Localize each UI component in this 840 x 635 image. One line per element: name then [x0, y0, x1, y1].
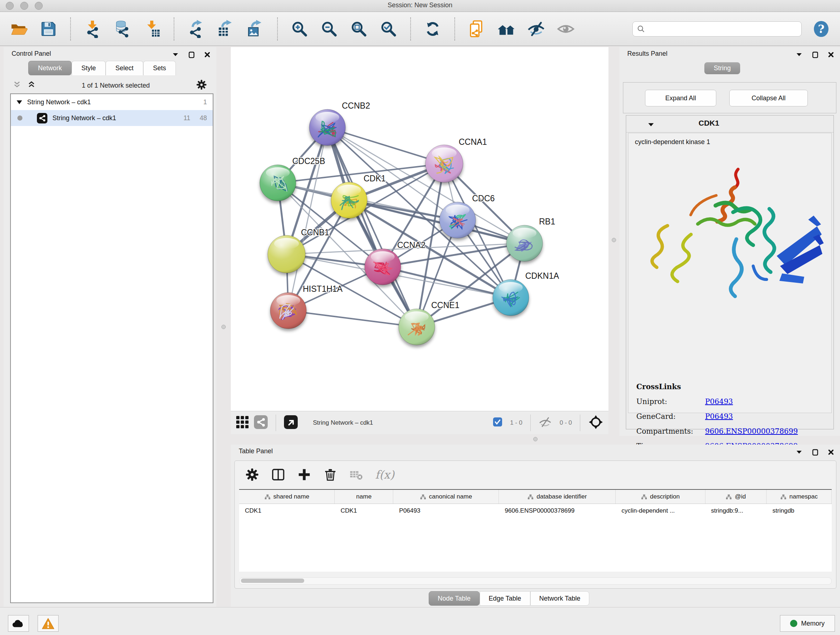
- tab-select[interactable]: Select: [106, 61, 143, 75]
- import-table-icon[interactable]: [142, 19, 161, 38]
- right-splitter[interactable]: [608, 47, 619, 436]
- import-network-icon[interactable]: [83, 19, 102, 38]
- zoom-fit-icon[interactable]: [349, 19, 368, 38]
- hidden-eye-icon[interactable]: [538, 416, 552, 430]
- cloud-icon[interactable]: [8, 615, 29, 632]
- protein-name: CDK1: [699, 119, 719, 127]
- external-view-icon[interactable]: [284, 415, 298, 431]
- panel-menu-icon[interactable]: [795, 448, 803, 456]
- refresh-icon[interactable]: [423, 19, 442, 38]
- network-node-CCNB2[interactable]: CCNB2: [309, 101, 370, 146]
- network-node-CDC6[interactable]: CDC6: [439, 194, 495, 238]
- table-hscrollbar[interactable]: [239, 578, 832, 585]
- panel-close-icon[interactable]: [203, 51, 211, 59]
- export-image-icon[interactable]: [246, 19, 265, 38]
- show-columns-icon[interactable]: [271, 467, 286, 482]
- tab-node-table[interactable]: Node Table: [429, 591, 480, 606]
- zoom-out-icon[interactable]: [320, 19, 339, 38]
- zoom-selected-icon[interactable]: [379, 19, 398, 38]
- first-neighbors-icon[interactable]: [497, 19, 516, 38]
- hide-selected-icon[interactable]: [527, 19, 546, 38]
- collapse-section-icon[interactable]: [648, 122, 654, 128]
- column-header-shared-name[interactable]: shared name: [239, 490, 335, 504]
- open-session-icon[interactable]: [9, 19, 28, 38]
- table-gear-icon[interactable]: [245, 467, 259, 482]
- add-column-icon[interactable]: [297, 467, 311, 482]
- clone-network-icon[interactable]: [467, 19, 486, 38]
- column-header-@id[interactable]: @id: [706, 490, 767, 504]
- collapse-all-icon[interactable]: [13, 81, 21, 90]
- results-buttons-box: Expand All Collapse All: [623, 82, 836, 113]
- gear-icon[interactable]: [196, 79, 207, 92]
- show-all-icon[interactable]: [556, 19, 575, 38]
- warning-icon[interactable]: [38, 615, 58, 632]
- panel-float-icon[interactable]: [187, 51, 195, 59]
- network-edge-HIST1H1A-CCNE1[interactable]: [288, 310, 417, 327]
- column-header-canonical-name[interactable]: canonical name: [393, 490, 499, 504]
- column-header-namespac[interactable]: namespac: [767, 490, 832, 504]
- network-tree: String Network – cdk1 1 String Network –…: [10, 93, 213, 603]
- share-view-icon[interactable]: [254, 415, 268, 431]
- grid-view-icon[interactable]: [236, 416, 249, 430]
- crosslink-link[interactable]: P06493: [705, 412, 733, 421]
- column-header-description[interactable]: description: [616, 490, 706, 504]
- panel-menu-icon[interactable]: [172, 51, 180, 59]
- network-node-CCNA1[interactable]: CCNA1: [425, 137, 487, 182]
- tab-style[interactable]: Style: [72, 61, 106, 75]
- panel-close-icon[interactable]: [827, 51, 835, 59]
- zoom-in-icon[interactable]: [290, 19, 309, 38]
- memory-button[interactable]: Memory: [780, 615, 835, 632]
- table-row[interactable]: CDK1CDK1P064939606.ENSP00000378699cyclin…: [239, 504, 832, 518]
- tab-string[interactable]: String: [704, 62, 740, 74]
- network-node-HIST1H1A[interactable]: HIST1H1A: [270, 284, 343, 329]
- tab-edge-table[interactable]: Edge Table: [480, 591, 531, 606]
- column-header-name[interactable]: name: [335, 490, 393, 504]
- network-node-CDK1[interactable]: CDK1: [331, 174, 386, 218]
- right-splitter-handle[interactable]: [612, 238, 616, 242]
- control-panel-title: Control Panel: [11, 50, 51, 57]
- tab-sets[interactable]: Sets: [143, 61, 176, 75]
- export-network-icon[interactable]: [187, 19, 205, 38]
- crosslink-link[interactable]: 9606.ENSP00000378699: [705, 427, 798, 435]
- results-panel: Results Panel String Expand All Collapse…: [619, 47, 840, 436]
- panel-float-icon[interactable]: [811, 51, 819, 59]
- tab-network[interactable]: Network: [28, 61, 72, 75]
- search-box[interactable]: [632, 21, 802, 36]
- import-database-icon[interactable]: [113, 19, 132, 38]
- panel-menu-icon[interactable]: [795, 51, 803, 59]
- network-node-CDKN1A[interactable]: CDKN1A: [493, 271, 559, 316]
- panel-close-icon[interactable]: [827, 448, 835, 456]
- network-row[interactable]: String Network – cdk1 11 48: [11, 110, 213, 126]
- protein-section-header[interactable]: CDK1: [626, 116, 834, 133]
- network-graph[interactable]: CCNB2 CCNA1 CDC25B CDK1 CDC6 RB1 CCNB1 C…: [231, 47, 608, 411]
- save-session-icon[interactable]: [39, 19, 58, 38]
- left-splitter-handle[interactable]: [221, 325, 226, 329]
- panel-float-icon[interactable]: [811, 448, 819, 456]
- export-table-icon[interactable]: [216, 19, 235, 38]
- crosslink-row: Uniprot: P06493: [636, 397, 798, 406]
- protein-structure-image: [636, 155, 824, 301]
- horizontal-splitter-handle[interactable]: [533, 437, 538, 441]
- search-icon: [637, 25, 645, 33]
- help-icon[interactable]: ?: [812, 19, 831, 38]
- search-input[interactable]: [648, 25, 797, 33]
- delete-column-icon[interactable]: [323, 467, 338, 482]
- network-canvas[interactable]: CCNB2 CCNA1 CDC25B CDK1 CDC6 RB1 CCNB1 C…: [231, 47, 608, 411]
- network-node-CCNB1[interactable]: CCNB1: [268, 228, 329, 273]
- collapse-all-button[interactable]: Collapse All: [729, 90, 808, 106]
- crosslink-link[interactable]: P06493: [705, 397, 733, 406]
- tree-expand-icon[interactable]: [17, 100, 22, 104]
- selected-checkbox-icon[interactable]: [493, 417, 502, 428]
- left-splitter[interactable]: [216, 47, 231, 607]
- crosshair-icon[interactable]: [588, 415, 603, 431]
- expand-all-button[interactable]: Expand All: [645, 90, 716, 106]
- crosslink-label: Compartments:: [636, 427, 705, 435]
- expand-all-icon[interactable]: [27, 81, 35, 90]
- table-hscrollbar-thumb[interactable]: [241, 578, 304, 583]
- network-collection-row[interactable]: String Network – cdk1 1: [11, 94, 213, 110]
- network-edge-HIST1H1A-CCNB2[interactable]: [288, 127, 327, 310]
- tab-network-table[interactable]: Network Table: [531, 591, 590, 606]
- network-node-RB1[interactable]: RB1: [507, 217, 555, 261]
- network-edge-CCNB2-CCNE1[interactable]: [327, 127, 417, 327]
- column-header-database-identifier[interactable]: database identifier: [499, 490, 616, 504]
